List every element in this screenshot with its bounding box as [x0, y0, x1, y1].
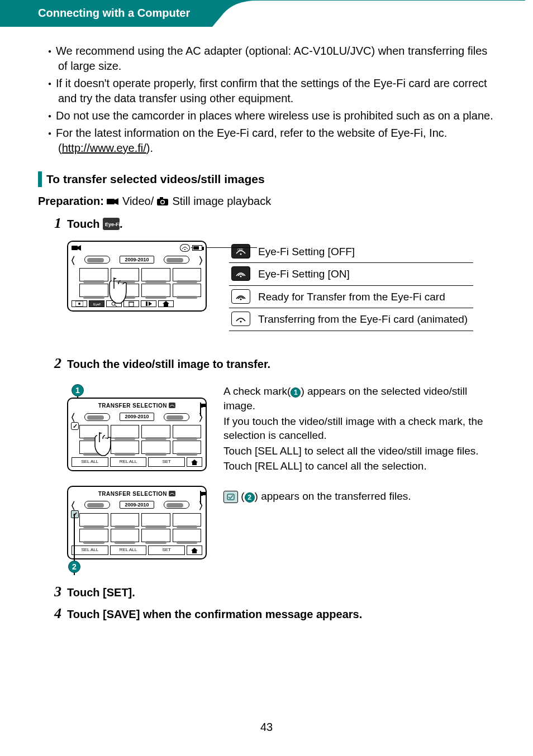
- year-label: 2009-2010: [120, 256, 154, 264]
- thumbnail[interactable]: [111, 529, 140, 542]
- prev-arrow[interactable]: 〈: [72, 411, 74, 423]
- scroll-pill-right[interactable]: [164, 501, 189, 509]
- svg-point-10: [184, 249, 185, 250]
- section-heading: To transfer selected videos/still images: [38, 171, 499, 187]
- scroll-pill-left[interactable]: [84, 256, 110, 264]
- eye-fi-off-icon: OFF: [231, 244, 250, 259]
- screen-title: TRANSFER SELECTION: [72, 490, 202, 498]
- page-number: 43: [0, 721, 533, 734]
- thumbnail[interactable]: [173, 529, 202, 542]
- battery-icon: [200, 402, 201, 417]
- svg-marker-27: [191, 460, 198, 465]
- svg-point-24: [240, 298, 242, 300]
- screen-title: TRANSFER SELECTION: [72, 402, 202, 410]
- thumbnail[interactable]: [79, 529, 108, 542]
- scroll-pill-right[interactable]: [164, 413, 189, 421]
- prev-arrow[interactable]: 〈: [72, 254, 74, 266]
- legend-text: Ready for Transfer from the Eye-Fi card: [256, 285, 473, 308]
- thumbnail[interactable]: [111, 441, 140, 454]
- header-decoration: [212, 0, 525, 27]
- note-item: For the latest information on the Eye-Fi…: [58, 126, 499, 156]
- preparation-label: Preparation:: [38, 195, 104, 207]
- preparation-row: Preparation: Video/ Still image playback: [38, 194, 499, 209]
- thumbnail[interactable]: [173, 513, 202, 527]
- legend-row: Transferring from the Eye-Fi card (anima…: [229, 308, 473, 331]
- step-2: 2 Touch the video/still image to transfe…: [38, 353, 499, 373]
- desc-text: Touch [SEL ALL] to select all the video/…: [223, 444, 499, 458]
- marker-2-icon: 2: [68, 561, 80, 573]
- video-mode-icon: [72, 245, 82, 251]
- step-number: 3: [38, 582, 61, 601]
- play-button[interactable]: [141, 300, 156, 307]
- thumbnail[interactable]: [173, 425, 202, 438]
- step-text: Touch [SET].: [67, 585, 135, 600]
- note-text: For the latest information on the Eye-Fi…: [56, 127, 447, 139]
- svg-rect-3: [160, 197, 163, 199]
- thumbnail[interactable]: [79, 513, 108, 527]
- thumbnail[interactable]: [141, 529, 170, 542]
- thumbnail[interactable]: [141, 425, 170, 438]
- rel-all-button[interactable]: REL ALL: [110, 546, 147, 555]
- note-item: If it doesn't operate properly, first co…: [58, 76, 499, 106]
- thumbnail[interactable]: [141, 268, 170, 281]
- set-button[interactable]: SET: [148, 546, 185, 555]
- step-number: 4: [38, 604, 61, 623]
- year-label: 2009-2010: [120, 413, 154, 420]
- set-button[interactable]: SET: [148, 457, 185, 467]
- eye-fi-ready-icon: [231, 289, 250, 304]
- thumbnail[interactable]: [173, 268, 202, 281]
- desc-text: If you touch the video/still image with …: [223, 414, 499, 443]
- note-text: If it doesn't operate properly, first co…: [56, 77, 487, 104]
- legend-text: Eye-Fi Setting [OFF]: [256, 241, 473, 263]
- eye-fi-link[interactable]: http://www.eye.fi/: [62, 142, 146, 154]
- callout-line: [191, 247, 192, 248]
- thumbnail[interactable]: [141, 513, 170, 527]
- svg-point-23: [240, 276, 242, 277]
- thumbnail[interactable]: [111, 425, 140, 438]
- svg-rect-16: [129, 302, 134, 307]
- svg-point-25: [240, 321, 242, 323]
- svg-marker-9: [78, 245, 81, 251]
- thumbnail[interactable]: [173, 284, 202, 297]
- step-number: 1: [38, 213, 61, 233]
- scroll-pill-left[interactable]: [84, 501, 110, 509]
- record-mode-button[interactable]: [72, 300, 87, 307]
- step-text: Touch [SAVE] when the confirmation messa…: [67, 607, 362, 622]
- home-button[interactable]: [187, 546, 202, 555]
- thumbnail[interactable]: [173, 441, 202, 454]
- step-text: Touch Eye-Fi .: [67, 217, 123, 234]
- callout-line: [207, 247, 257, 248]
- next-arrow[interactable]: 〉: [199, 254, 202, 266]
- wifi-status-icon: [180, 244, 190, 252]
- thumbnail[interactable]: [141, 441, 170, 454]
- svg-text:Eye-Fi: Eye-Fi: [105, 222, 120, 227]
- thumbnail[interactable]: [141, 284, 170, 297]
- transferred-mark-icon: ✓: [71, 510, 79, 518]
- step2-figure-a: 1 TRANSFER SELECTION 〈 2009-2010 〉 ✓: [67, 384, 499, 475]
- video-icon: [107, 195, 119, 210]
- prep-still-text: Still image playback: [169, 195, 271, 207]
- tap-hand-icon: [104, 275, 130, 310]
- note-text: We recommend using the AC adapter (optio…: [56, 45, 487, 72]
- home-button[interactable]: [187, 457, 202, 467]
- sel-all-button[interactable]: SEL ALL: [72, 546, 108, 555]
- marker-2-icon: 2: [245, 492, 255, 503]
- thumbnail[interactable]: [111, 513, 140, 527]
- scroll-pill-right[interactable]: [164, 256, 189, 264]
- desc-text: (: [238, 490, 245, 502]
- desc-text: A check mark(: [223, 385, 291, 397]
- camera-screen-transferred: TRANSFER SELECTION 〈 2009-2010 〉 ✓: [67, 486, 207, 559]
- eye-fi-menu-button[interactable]: EyeFi: [89, 300, 104, 307]
- scroll-pill-left[interactable]: [84, 413, 110, 421]
- step1-prefix: Touch: [67, 218, 103, 230]
- rel-all-button[interactable]: REL ALL: [110, 457, 147, 467]
- page-header: Connecting with a Computer: [0, 0, 533, 27]
- legend-row: Eye-Fi Setting [ON]: [229, 263, 473, 286]
- transferred-file-icon: [223, 491, 238, 503]
- eye-fi-legend-table: OFF Eye-Fi Setting [OFF] Eye-Fi Setting …: [229, 241, 473, 332]
- eye-fi-transferring-icon: [231, 312, 250, 326]
- prev-arrow[interactable]: 〈: [72, 499, 74, 511]
- year-label: 2009-2010: [120, 501, 154, 509]
- home-button[interactable]: [158, 300, 174, 307]
- note-text: Do not use the camcorder in places where…: [56, 109, 493, 122]
